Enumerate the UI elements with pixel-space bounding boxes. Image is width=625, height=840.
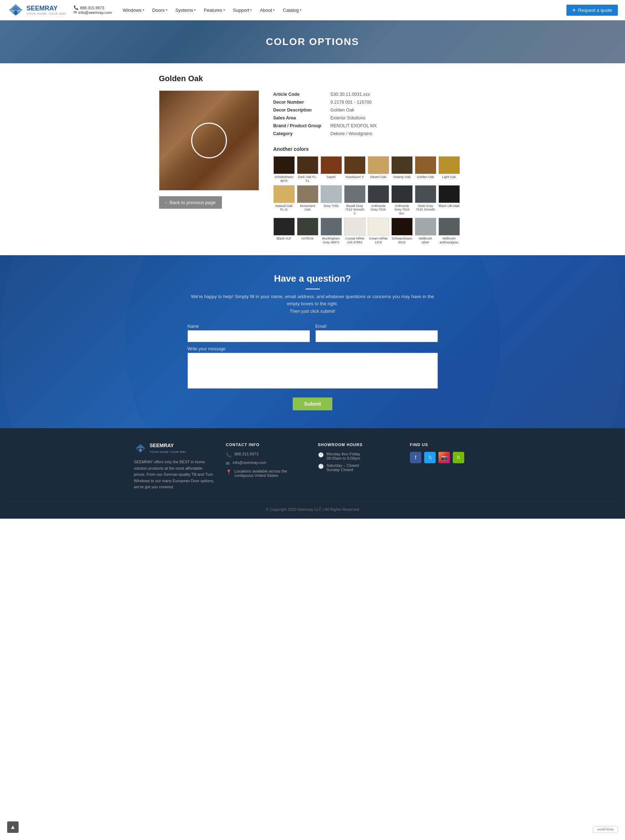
nav-windows[interactable]: Windows ▾ [119, 5, 148, 15]
logo-icon [7, 3, 24, 17]
footer-contact-col: CONTACT INFO 📞 888.315.9973 ✉ info@seemr… [226, 443, 307, 490]
product-image-circle [191, 123, 227, 158]
submit-button[interactable]: Submit [293, 397, 332, 410]
name-label: Name [188, 324, 310, 329]
swatch-label: Light Oak [438, 175, 460, 179]
swatches-grid: Schokobraun 8875 Dark Oak FL-F1 Sapeli N… [274, 156, 466, 244]
product-details-table: Article Code S30.30.11.0031.xxx Decor Nu… [274, 90, 466, 138]
swatch-item[interactable]: Dark Oak FL-F1 [297, 156, 319, 183]
required-star: * [326, 324, 328, 329]
swatch-color-box [320, 218, 342, 236]
nav-support[interactable]: Support ▾ [229, 5, 256, 15]
swatch-item[interactable]: Black Ulti-Matt [438, 185, 460, 216]
footer-location-item: 📍 Locations available across the contigu… [226, 469, 307, 478]
swatch-item[interactable]: Anthracite Grey 7016 Sm. [391, 185, 413, 216]
swatch-color-box [415, 185, 436, 203]
swatch-item[interactable]: Monument Oak [297, 185, 319, 216]
swatch-color-box [438, 185, 460, 203]
facebook-button[interactable]: f [410, 452, 421, 463]
form-group-email: Email* [316, 324, 438, 342]
swatch-color-box [320, 156, 342, 174]
social-row: f 𝕏 📷 h [410, 452, 491, 463]
name-input[interactable] [188, 330, 310, 342]
instagram-button[interactable]: 📷 [438, 452, 450, 463]
swatch-label: Golden Oak [415, 175, 436, 179]
swatch-item[interactable]: Melbrush silver [415, 218, 436, 244]
footer-phone: 888.315.9973 [235, 452, 258, 456]
swatch-label: Natural Oak FL-G [274, 204, 295, 212]
form-row-name-email: Name Email* [188, 324, 438, 342]
chevron-down-icon: ▾ [250, 8, 252, 12]
chevron-left-icon: ‹ [165, 200, 167, 205]
swatch-label: Black Ulti-Matt [438, 204, 460, 208]
swatch-label: Schokobraun 8875 [274, 175, 295, 183]
footer-weekend-hours: 🕐 Saturday – Closed Sunday Closed [318, 463, 400, 472]
swatch-label: Basalt Grey 7012 Smooth 2 [344, 204, 365, 216]
swatch-item[interactable]: Melbrush anthrazitgrau [438, 218, 460, 244]
swatch-item[interactable]: Cream White 1379 [368, 218, 389, 244]
swatch-color-box [391, 156, 413, 174]
swatch-label: Buckingham Grey 46871 [320, 236, 342, 244]
hero-section: COLOR OPTIONS [0, 20, 625, 63]
request-quote-button[interactable]: ✈ Request a quote [566, 5, 618, 16]
product-name: Golden Oak [159, 74, 466, 83]
nav-systems[interactable]: Systems ▾ [172, 5, 200, 15]
nav-doors[interactable]: Doors ▾ [149, 5, 171, 15]
nav-features[interactable]: Features ▾ [200, 5, 229, 15]
twitter-button[interactable]: 𝕏 [424, 452, 435, 463]
product-layout: ‹ Back to previous page Article Code S30… [159, 90, 466, 244]
houzz-button[interactable]: h [453, 452, 464, 463]
swatch-item[interactable]: Swamp Oak [391, 156, 413, 183]
nav-about[interactable]: About ▾ [256, 5, 278, 15]
swatch-label: Swamp Oak [391, 175, 413, 179]
back-button[interactable]: ‹ Back to previous page [159, 196, 222, 209]
swatch-item[interactable]: Schwarzbraun 8518 [391, 218, 413, 244]
swatch-item[interactable]: Golden Oak [415, 156, 436, 183]
logo-tagline: YOUR HOME YOUR WAY [26, 12, 67, 16]
swatch-item[interactable]: Buckingham Grey 46871 [320, 218, 342, 244]
swatch-color-box [274, 156, 295, 174]
contact-inner: Have a question? We're happy to help! Si… [188, 273, 438, 410]
swatch-item[interactable]: Basalt Grey 7012 Smooth 2 [344, 185, 365, 216]
swatch-item[interactable]: Natural Oak FL-G [274, 185, 295, 216]
contact-divider [306, 288, 320, 289]
category-row: Category Dekore / Woodgrains [274, 130, 466, 138]
header-contact: 📞 888.315.9973 ✉ info@seemray.com [74, 5, 112, 15]
swatch-item[interactable]: Desert Oak [368, 156, 389, 183]
logo[interactable]: SEEMRAY YOUR HOME YOUR WAY [7, 3, 67, 17]
send-icon: ✈ [572, 8, 576, 13]
swatch-item[interactable]: AnTEAK [297, 218, 319, 244]
swatch-item[interactable]: Slate Grey 7015 Smooth [415, 185, 436, 216]
footer-hours-col: SHOWROOM HOURS 🕐 Monday thru Friday 09:0… [318, 443, 400, 490]
swatch-color-box [297, 185, 319, 203]
swatch-item[interactable]: Grey 7155 [320, 185, 342, 216]
footer: SEEMRAY YOUR HOME YOUR WAY SEEMRAY offer… [0, 428, 625, 519]
footer-bottom: © Copyright 2020 Seemray LLC | All Right… [11, 501, 614, 512]
swatch-item[interactable]: Schokobraun 8875 [274, 156, 295, 183]
swatch-color-box [344, 185, 365, 203]
swatch-item[interactable]: Black VLF [274, 218, 295, 244]
footer-logo-icon [134, 443, 147, 454]
sales-area-row: Sales Area Exterior Solutions [274, 114, 466, 122]
swatch-item[interactable]: Sapeli [320, 156, 342, 183]
swatch-item[interactable]: Nussbaum V [344, 156, 365, 183]
email-label: Email* [316, 324, 438, 329]
swatch-label: Monument Oak [297, 204, 319, 212]
logo-brand: SEEMRAY [26, 5, 67, 12]
swatch-label: Slate Grey 7015 Smooth [415, 204, 436, 212]
message-textarea[interactable] [188, 353, 438, 389]
swatch-label: Sapeli [320, 175, 342, 179]
svg-rect-6 [139, 449, 141, 451]
location-icon: 📍 [226, 469, 232, 475]
email-input[interactable] [316, 330, 438, 342]
contact-heading: Have a question? [188, 273, 438, 284]
swatch-item[interactable]: Light Oak [438, 156, 460, 183]
swatch-item[interactable]: Anthracite Grey 7016 [368, 185, 389, 216]
swatch-item[interactable]: Crystal White Ash 47852 [344, 218, 365, 244]
email-icon: ✉ [74, 10, 77, 15]
swatch-color-box [297, 156, 319, 174]
clock-icon-2: 🕐 [318, 464, 324, 469]
swatch-label: Anthracite Grey 7016 [368, 204, 389, 212]
nav-catalog[interactable]: Catalog ▾ [279, 5, 305, 15]
footer-weekday-hours-text: Monday thru Friday 09:00am to 5:00pm [326, 452, 361, 460]
